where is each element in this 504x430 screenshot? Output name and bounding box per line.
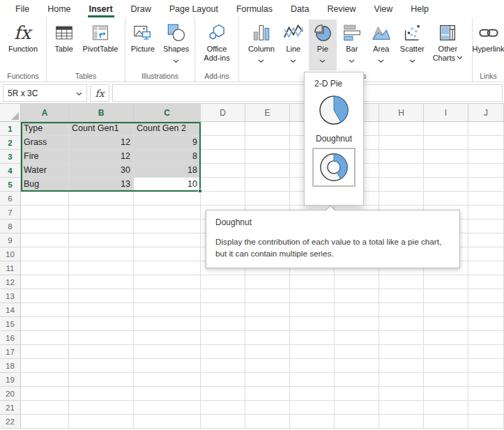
cell-G20[interactable]: [335, 387, 379, 401]
cell-C6[interactable]: [134, 192, 201, 206]
cell-A5[interactable]: Bug: [21, 178, 69, 192]
cell-C3[interactable]: 8: [134, 150, 201, 164]
cell-G17[interactable]: [335, 345, 379, 359]
pie-button[interactable]: Pie: [309, 20, 337, 70]
cell-J10[interactable]: [468, 247, 504, 261]
cell-B22[interactable]: [69, 415, 134, 429]
cell-I22[interactable]: [424, 415, 468, 429]
cell-F19[interactable]: [290, 373, 335, 387]
cell-A19[interactable]: [21, 373, 69, 387]
cell-H6[interactable]: [379, 192, 424, 206]
menu-formulas[interactable]: Formulas: [227, 0, 282, 17]
cell-D13[interactable]: [201, 289, 245, 303]
row-header-17[interactable]: 17: [0, 345, 21, 359]
cell-F21[interactable]: [290, 401, 335, 415]
cell-D5[interactable]: [201, 178, 245, 192]
cell-B19[interactable]: [69, 373, 134, 387]
cell-I3[interactable]: [424, 150, 468, 164]
row-header-16[interactable]: 16: [0, 331, 21, 345]
column-header-i[interactable]: I: [424, 104, 468, 122]
menu-view[interactable]: View: [365, 0, 402, 17]
cell-A1[interactable]: Type: [21, 122, 69, 136]
cell-B10[interactable]: [69, 247, 134, 261]
row-header-8[interactable]: 8: [0, 220, 21, 233]
column-header-h[interactable]: H: [379, 104, 424, 122]
cell-E5[interactable]: [245, 178, 290, 192]
cell-E19[interactable]: [245, 373, 290, 387]
cell-F13[interactable]: [290, 289, 335, 303]
cell-A7[interactable]: [21, 206, 69, 220]
cell-E20[interactable]: [245, 387, 290, 401]
cell-B14[interactable]: [69, 303, 134, 317]
cell-A16[interactable]: [21, 331, 69, 345]
cell-B11[interactable]: [69, 261, 134, 275]
cell-E22[interactable]: [245, 415, 290, 429]
cell-E14[interactable]: [245, 303, 290, 317]
cell-E4[interactable]: [245, 164, 290, 178]
cell-G21[interactable]: [335, 401, 379, 415]
cell-E3[interactable]: [245, 150, 290, 164]
cell-J19[interactable]: [468, 373, 504, 387]
cell-H1[interactable]: [379, 122, 424, 136]
cell-A17[interactable]: [21, 345, 69, 359]
cell-C22[interactable]: [134, 415, 201, 429]
cell-G12[interactable]: [335, 275, 379, 289]
row-header-1[interactable]: 1: [0, 122, 21, 136]
cell-H4[interactable]: [379, 164, 424, 178]
row-header-2[interactable]: 2: [0, 136, 21, 150]
cell-H22[interactable]: [379, 415, 424, 429]
row-header-4[interactable]: 4: [0, 164, 21, 178]
column-button[interactable]: Column: [245, 20, 278, 70]
doughnut-option[interactable]: [312, 148, 356, 187]
cell-I12[interactable]: [424, 275, 468, 289]
cell-J11[interactable]: [468, 261, 504, 275]
cell-J6[interactable]: [468, 192, 504, 206]
cell-E17[interactable]: [245, 345, 290, 359]
cell-E12[interactable]: [245, 275, 290, 289]
hyperlink-button[interactable]: Hyperlink: [469, 20, 504, 70]
row-header-7[interactable]: 7: [0, 206, 21, 220]
select-all-corner[interactable]: [0, 104, 21, 122]
cell-J13[interactable]: [468, 289, 504, 303]
cell-A3[interactable]: Fire: [21, 150, 69, 164]
cell-E13[interactable]: [245, 289, 290, 303]
cell-C7[interactable]: [134, 206, 201, 220]
menu-help[interactable]: Help: [402, 0, 438, 17]
cell-J15[interactable]: [468, 317, 504, 331]
cell-C2[interactable]: 9: [134, 136, 201, 150]
cell-B2[interactable]: 12: [69, 136, 134, 150]
cell-H17[interactable]: [379, 345, 424, 359]
cell-B9[interactable]: [69, 233, 134, 247]
cell-G14[interactable]: [335, 303, 379, 317]
cell-E6[interactable]: [245, 192, 290, 206]
cell-D2[interactable]: [201, 136, 245, 150]
cell-B18[interactable]: [69, 359, 134, 373]
cell-A6[interactable]: [21, 192, 69, 206]
cell-D16[interactable]: [201, 331, 245, 345]
cell-C21[interactable]: [134, 401, 201, 415]
cell-B17[interactable]: [69, 345, 134, 359]
cell-C19[interactable]: [134, 373, 201, 387]
cell-J3[interactable]: [468, 150, 504, 164]
cell-G22[interactable]: [335, 415, 379, 429]
cell-G18[interactable]: [335, 359, 379, 373]
cell-D12[interactable]: [201, 275, 245, 289]
menu-insert[interactable]: Insert: [80, 0, 122, 17]
cell-C4[interactable]: 18: [134, 164, 201, 178]
cell-C9[interactable]: [134, 233, 201, 247]
row-header-13[interactable]: 13: [0, 289, 21, 303]
cell-J17[interactable]: [468, 345, 504, 359]
cell-D22[interactable]: [201, 415, 245, 429]
cell-J9[interactable]: [468, 233, 504, 247]
cell-C10[interactable]: [134, 247, 201, 261]
cell-A22[interactable]: [21, 415, 69, 429]
cell-F22[interactable]: [290, 415, 335, 429]
cell-D15[interactable]: [201, 317, 245, 331]
cell-J16[interactable]: [468, 331, 504, 345]
row-header-9[interactable]: 9: [0, 233, 21, 247]
cell-A14[interactable]: [21, 303, 69, 317]
cell-J8[interactable]: [468, 220, 504, 233]
row-header-18[interactable]: 18: [0, 359, 21, 373]
cell-I20[interactable]: [424, 387, 468, 401]
cell-D1[interactable]: [201, 122, 245, 136]
